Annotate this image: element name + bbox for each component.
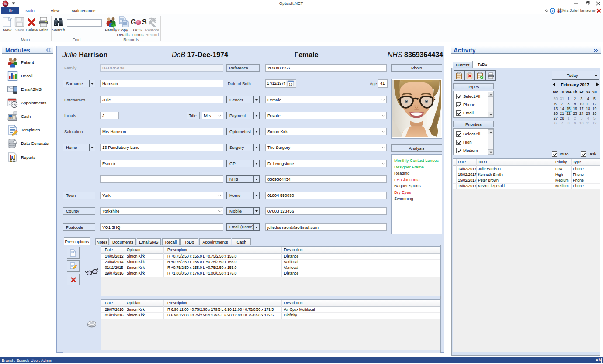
svg-text:?: ? xyxy=(551,9,554,13)
svg-text:15: 15 xyxy=(289,82,292,86)
svg-text:MS: MS xyxy=(4,3,7,5)
